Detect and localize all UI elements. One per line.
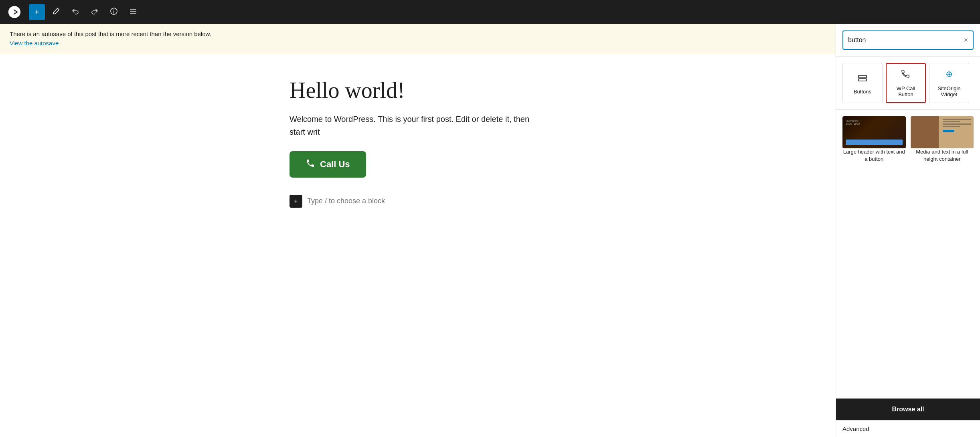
- buttons-icon: [857, 72, 868, 85]
- search-input-wrapper: ×: [842, 30, 974, 50]
- info-button[interactable]: [106, 4, 122, 20]
- pattern-thumbnail-text: Overseas:1500–1960: [846, 119, 860, 125]
- block-search-input[interactable]: [848, 36, 964, 44]
- view-autosave-link[interactable]: View the autosave: [10, 40, 826, 47]
- autosave-banner: There is an autosave of this post that i…: [0, 24, 836, 53]
- pen-icon: [52, 7, 60, 17]
- siteorigin-icon: [944, 69, 955, 82]
- search-area: ×: [836, 24, 980, 57]
- wp-call-button-label: WP Call Button: [890, 85, 922, 97]
- thumb-line-1: [943, 119, 971, 120]
- phone-icon: [306, 158, 315, 170]
- block-item-siteorigin[interactable]: SiteOrigin Widget: [929, 63, 969, 103]
- call-button-icon: [900, 69, 911, 82]
- blocks-grid: Buttons WP Call Button: [836, 57, 980, 110]
- thumb-line-3: [943, 123, 971, 125]
- thumb-line-4: [943, 126, 960, 127]
- pattern-label-2: Media and text in a full height containe…: [911, 148, 974, 163]
- pattern-thumbnail-2: [911, 116, 974, 148]
- info-icon: [110, 7, 118, 17]
- call-us-button[interactable]: Call Us: [290, 151, 366, 178]
- post-title[interactable]: Hello world!: [290, 77, 546, 103]
- pattern-card-2[interactable]: Media and text in a full height containe…: [911, 116, 974, 163]
- svg-rect-2: [859, 79, 867, 81]
- post-paragraph[interactable]: Welcome to WordPress. This is your first…: [290, 113, 546, 138]
- redo-icon: [91, 7, 99, 17]
- browse-all-button[interactable]: Browse all: [836, 399, 980, 420]
- add-block-button[interactable]: +: [29, 4, 45, 20]
- sidebar-panel: × Buttons: [836, 24, 980, 437]
- pattern-thumbnail-1: Overseas:1500–1960: [842, 116, 906, 148]
- advanced-section: Advanced: [836, 420, 980, 437]
- undo-button[interactable]: [67, 4, 83, 20]
- pattern-thumb-image: [911, 116, 939, 148]
- siteorigin-widget-label: SiteOrigin Widget: [933, 85, 966, 97]
- editor-area: There is an autosave of this post that i…: [0, 24, 836, 437]
- hamburger-icon: [129, 7, 137, 17]
- search-clear-button[interactable]: ×: [964, 36, 968, 45]
- pattern-card-1[interactable]: Overseas:1500–1960 Large header with tex…: [842, 116, 906, 163]
- patterns-row: Overseas:1500–1960 Large header with tex…: [842, 116, 974, 163]
- inline-add-button[interactable]: +: [290, 195, 302, 208]
- block-placeholder[interactable]: Type / to choose a block: [307, 194, 385, 208]
- plus-small-icon: +: [294, 198, 298, 205]
- toolbar: +: [0, 0, 980, 24]
- thumb-btn: [943, 130, 954, 132]
- block-item-wp-call-button[interactable]: WP Call Button: [886, 63, 926, 103]
- close-icon: ×: [964, 36, 968, 45]
- undo-icon: [71, 7, 79, 17]
- svg-rect-1: [859, 75, 867, 78]
- redo-button[interactable]: [87, 4, 103, 20]
- wp-logo[interactable]: [5, 2, 24, 22]
- plus-icon: +: [34, 7, 40, 17]
- patterns-section: Overseas:1500–1960 Large header with tex…: [836, 110, 980, 399]
- thumb-line-2: [943, 121, 960, 122]
- post-content: Hello world! Welcome to WordPress. This …: [257, 53, 578, 233]
- pattern-label-1: Large header with text and a button: [842, 148, 906, 163]
- buttons-label: Buttons: [854, 89, 871, 95]
- advanced-label: Advanced: [842, 425, 869, 432]
- menu-button[interactable]: [125, 4, 141, 20]
- pattern-thumb-text: [940, 116, 974, 148]
- svg-point-4: [948, 73, 950, 75]
- main-area: There is an autosave of this post that i…: [0, 24, 980, 437]
- autosave-message: There is an autosave of this post that i…: [10, 30, 211, 37]
- call-us-label: Call Us: [320, 159, 350, 170]
- edit-button[interactable]: [48, 4, 64, 20]
- block-item-buttons[interactable]: Buttons: [842, 63, 883, 103]
